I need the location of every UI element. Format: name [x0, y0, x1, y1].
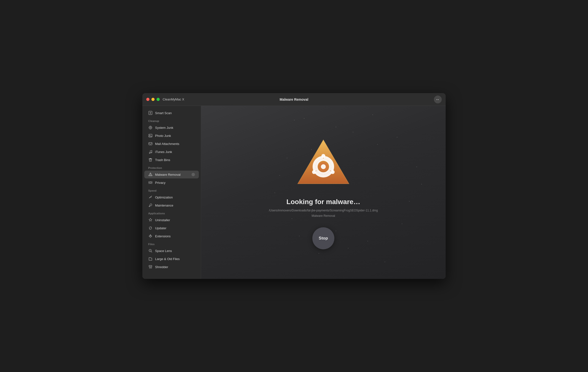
- sidebar-item-mail-attachments[interactable]: Mail Attachments: [144, 140, 199, 148]
- svg-rect-5: [149, 142, 152, 145]
- shredder-icon: [148, 265, 153, 269]
- sidebar-item-label: System Junk: [155, 126, 173, 130]
- sidebar-item-label: iTunes Junk: [155, 150, 172, 154]
- sidebar-item-label: Large & Old Files: [155, 257, 180, 261]
- section-label-protection: Protection: [142, 164, 201, 170]
- svg-rect-10: [149, 265, 152, 267]
- space-lens-icon: [148, 249, 153, 253]
- more-button[interactable]: ••: [434, 96, 442, 103]
- sidebar-item-label: Photo Junk: [155, 134, 171, 138]
- sidebar-item-extensions[interactable]: Extensions: [144, 232, 199, 240]
- uninstaller-icon: [148, 218, 153, 222]
- sidebar-item-label: Privacy: [155, 181, 166, 185]
- sidebar-item-label: Updater: [155, 226, 166, 230]
- window-title: Malware Removal: [280, 98, 308, 101]
- svg-rect-4: [149, 134, 152, 137]
- svg-point-15: [331, 170, 335, 174]
- sidebar-item-label: Shredder: [155, 265, 168, 269]
- stop-button-label: Stop: [319, 236, 328, 241]
- sidebar-item-label: Smart Scan: [155, 111, 172, 115]
- system-junk-icon: [148, 125, 153, 130]
- svg-point-8: [150, 175, 151, 175]
- svg-point-3: [149, 135, 150, 136]
- extensions-icon: [148, 234, 153, 238]
- svg-point-13: [321, 164, 326, 169]
- sidebar-item-updater[interactable]: Updater: [144, 224, 199, 232]
- sidebar: Smart Scan Cleanup System Junk: [142, 106, 201, 279]
- malware-icon: [148, 172, 153, 177]
- sidebar-item-shredder[interactable]: Shredder: [144, 263, 199, 271]
- sidebar-item-label: Maintenance: [155, 204, 173, 207]
- maximize-button[interactable]: [157, 98, 160, 101]
- privacy-icon: [148, 180, 153, 185]
- scan-module: Malware Removal: [312, 214, 335, 218]
- dots-decoration: [201, 106, 446, 279]
- sidebar-item-photo-junk[interactable]: Photo Junk: [144, 132, 199, 140]
- toggle-indicator: [192, 173, 195, 176]
- close-button[interactable]: [146, 98, 149, 101]
- sidebar-item-label: Uninstaller: [155, 218, 170, 222]
- sidebar-item-label: Extensions: [155, 234, 171, 238]
- trash-icon: [148, 158, 153, 162]
- section-label-applications: Applications: [142, 209, 201, 216]
- titlebar-actions: ••: [434, 96, 442, 103]
- section-label-files: Files: [142, 240, 201, 247]
- scan-path: /Users/immovero/Downloads/fat-jbe-paymen…: [269, 209, 378, 212]
- smart-scan-icon: [148, 111, 153, 115]
- large-files-icon: [148, 257, 153, 261]
- sidebar-item-system-junk[interactable]: System Junk: [144, 124, 199, 131]
- main-panel: Looking for malware… /Users/immovero/Dow…: [201, 106, 446, 279]
- titlebar: CleanMyMac X Malware Removal ••: [142, 93, 446, 106]
- malware-warning-icon: [294, 135, 353, 190]
- svg-point-16: [312, 170, 316, 174]
- maintenance-icon: [148, 203, 153, 208]
- sidebar-item-label: Malware Removal: [155, 173, 181, 176]
- more-icon: ••: [436, 98, 439, 101]
- sidebar-item-label: Mail Attachments: [155, 142, 179, 146]
- sidebar-item-large-old-files[interactable]: Large & Old Files: [144, 255, 199, 263]
- stop-button[interactable]: Stop: [312, 227, 334, 249]
- sidebar-item-optimization[interactable]: Optimization: [144, 193, 199, 201]
- traffic-lights: [146, 98, 160, 101]
- sidebar-item-label: Optimization: [155, 196, 173, 199]
- sidebar-item-maintenance[interactable]: Maintenance: [144, 201, 199, 209]
- sidebar-item-trash-bins[interactable]: Trash Bins: [144, 156, 199, 164]
- sidebar-item-malware-removal[interactable]: Malware Removal: [144, 171, 199, 178]
- sidebar-item-uninstaller[interactable]: Uninstaller: [144, 216, 199, 224]
- scanning-status: Looking for malware…: [286, 198, 360, 206]
- sidebar-item-privacy[interactable]: Privacy: [144, 179, 199, 186]
- optimization-icon: [148, 195, 153, 199]
- sidebar-item-itunes-junk[interactable]: iTunes Junk: [144, 148, 199, 156]
- sidebar-item-label: Trash Bins: [155, 158, 170, 162]
- content-area: Smart Scan Cleanup System Junk: [142, 106, 446, 279]
- sidebar-item-space-lens[interactable]: Space Lens: [144, 247, 199, 255]
- updater-icon: [148, 226, 153, 230]
- app-window: CleanMyMac X Malware Removal •• Smart Sc…: [142, 93, 446, 279]
- sidebar-item-label: Space Lens: [155, 249, 172, 253]
- svg-point-14: [321, 154, 325, 158]
- photo-junk-icon: [148, 133, 153, 138]
- section-label-speed: Speed: [142, 187, 201, 193]
- svg-point-2: [150, 127, 151, 128]
- section-label-cleanup: Cleanup: [142, 117, 201, 123]
- mail-icon: [148, 142, 153, 146]
- minimize-button[interactable]: [151, 98, 155, 101]
- app-title: CleanMyMac X: [163, 98, 184, 101]
- sidebar-item-smart-scan[interactable]: Smart Scan: [144, 109, 199, 117]
- itunes-icon: [148, 150, 153, 154]
